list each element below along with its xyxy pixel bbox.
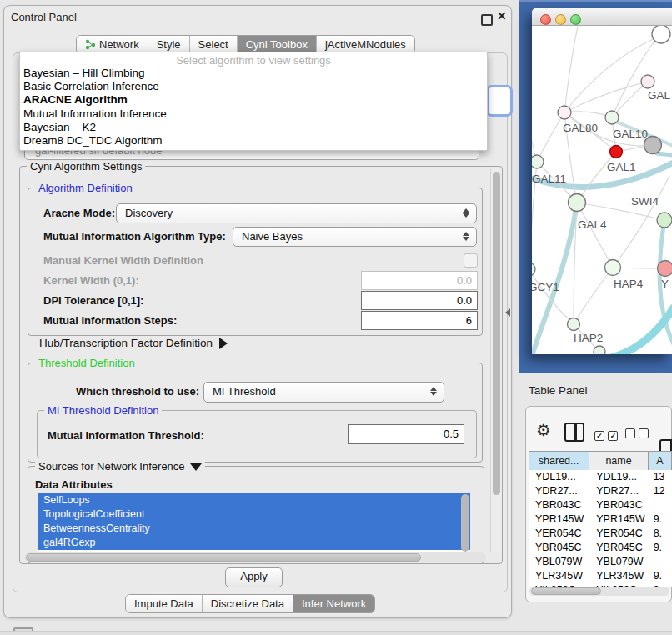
table-row[interactable]: YBR045CYBR045C9. [529,541,672,555]
network-node-pink-top[interactable] [641,75,654,88]
attribute-item[interactable]: BetweennessCentrality [38,522,470,536]
kernel-width-field[interactable]: 0.0 [361,271,478,290]
table-panel-title: Table Panel [529,384,588,397]
control-panel-window: Control Panel ✕ NetworkStyleSelectCyni T… [3,5,512,618]
table-row[interactable]: YBR043CYBR043C [529,498,672,512]
close-window-icon[interactable]: ✕ [497,9,507,22]
settings-vertical-scrollbar[interactable] [490,169,502,552]
which-threshold-combo[interactable]: MI Threshold [203,382,444,402]
network-node-gal80[interactable] [558,106,571,119]
algorithm-option[interactable]: Bayesian – K2 [20,121,487,134]
algorithm-option[interactable]: Bayesian – Hill Climbing [20,67,487,80]
desktop: { "window": { "title": "Control Panel" }… [0,0,672,635]
table-horizontal-scrollbar[interactable] [529,587,669,596]
algorithm-option[interactable]: ARACNE Algorithm [20,93,487,107]
table-cell: YPR145W [529,512,589,527]
network-canvas[interactable]: GALGAL80GAL10GAL1GAL11GAL4SWI4GCY1HAP4YH… [532,26,672,354]
manual-kernel-checkbox[interactable] [464,253,478,268]
select-all-checkboxes-icon[interactable]: ✓ ✓ [594,427,618,442]
attribute-item[interactable]: SelfLoops [38,493,470,508]
mi-type-combo[interactable]: Naive Bayes [233,227,477,247]
table-row[interactable]: YDR27...YDR27...12 [529,484,672,498]
table-cell: YER054C [589,527,648,541]
table-hscroll-thumb[interactable] [531,588,601,595]
table-cell: YBR043C [589,498,648,512]
network-node-gal10[interactable] [605,111,619,124]
which-threshold-value: MI Threshold [213,385,276,398]
algorithm-definition-title: Algorithm Definition [35,182,136,194]
splitter-collapse-icon[interactable] [505,308,510,317]
network-node-bottom-node[interactable] [594,346,605,354]
minimize-traffic-icon[interactable] [555,14,566,25]
deselect-all-checkboxes-icon[interactable] [625,427,649,442]
table-row[interactable]: YDL19...YDL19...13 [529,470,672,484]
tab-style[interactable]: Style [148,36,190,53]
table-row[interactable]: YBL079WYBL079W [529,555,672,569]
table-cell: 9. [649,541,672,555]
network-window-titlebar[interactable] [532,8,672,26]
table-cell: YLR345W [589,569,648,583]
column-header[interactable]: A [649,452,672,470]
network-node-salmon[interactable] [658,261,672,277]
float-window-icon[interactable] [481,14,493,26]
column-header[interactable]: name [589,452,648,470]
settings-horizontal-scrollbar[interactable] [24,552,486,562]
network-node-top-circle[interactable] [652,26,670,43]
aracne-mode-combo[interactable]: Discovery [116,203,477,223]
tab-label: Select [198,38,228,51]
attribute-item[interactable]: TopologicalCoefficient [38,508,470,522]
node-label-gcy1: GCY1 [532,281,559,293]
table-row[interactable]: YLR345WYLR345W9. [529,569,672,583]
mi-steps-field[interactable]: 6 [361,311,478,330]
apply-button[interactable]: Apply [225,568,283,588]
gear-icon[interactable]: ⚙ [536,422,551,438]
tab-select[interactable]: Select [190,36,238,53]
network-node-gcy1[interactable] [532,262,535,276]
sources-group: Sources for Network Inference Data Attri… [28,466,484,564]
table-rows: YDL19...YDL19...13YDR27...YDR27...12YBR0… [529,470,672,587]
network-edge [537,112,564,162]
table-row[interactable]: YER054CYER054C8. [529,527,672,541]
mi-threshold-field[interactable]: 0.5 [348,424,464,444]
algorithm-option[interactable]: Basic Correlation Inference [20,80,487,93]
zoom-traffic-icon[interactable] [570,14,581,25]
table-cell: YER054C [529,527,589,541]
network-node-gal4[interactable] [569,194,586,212]
attributes-scrollbar-thumb[interactable] [461,494,469,552]
threshold-definition-title: Threshold Definition [35,357,138,369]
tab-impute-data[interactable]: Impute Data [126,595,203,612]
columns-icon[interactable] [564,422,584,442]
network-node-gal1[interactable] [610,146,623,158]
node-label-gal4: GAL4 [578,218,607,231]
table-row[interactable]: YPR145WYPR145W9. [529,512,672,527]
node-label-gal1: GAL1 [607,161,636,173]
algorithm-option[interactable]: Mutual Information Inference [20,108,487,121]
dpi-tolerance-label: DPI Tolerance [0,1]: [43,294,143,307]
network-node-hap2[interactable] [568,318,580,331]
algorithm-option[interactable]: Dream8 DC_TDC Algorithm [20,134,487,148]
network-node-gal11[interactable] [532,155,544,168]
data-attributes-list[interactable]: SelfLoopsTopologicalCoefficientBetweenne… [38,493,470,552]
focused-combo-fragment[interactable] [486,85,513,117]
settings-vscroll-thumb[interactable] [493,172,500,495]
table-cell: YPR145W [589,512,648,527]
dpi-tolerance-field[interactable]: 0.0 [361,291,478,310]
hub-definition-expander[interactable]: Hub/Transcription Factor Definition [39,337,228,349]
tab-label: Cyni Toolbox [246,38,308,51]
table-cell: YDL19... [529,470,589,484]
combo-stepper-icon [462,231,469,242]
tab-infer-network[interactable]: Infer Network [293,595,374,612]
tab-network[interactable]: Network [77,36,148,53]
tab-jactivemnodules[interactable]: jActiveMNodules [317,36,414,53]
attribute-item[interactable]: gal4RGexp [38,536,470,550]
network-node-swi4[interactable] [657,212,672,228]
tab-discretize-data[interactable]: Discretize Data [203,595,293,612]
close-traffic-icon[interactable] [540,14,551,25]
network-node-hap4[interactable] [605,260,621,276]
node-label-gal80: GAL80 [563,122,598,134]
settings-hscroll-thumb[interactable] [26,553,421,562]
aracne-mode-label: Aracne Mode: [43,207,115,219]
column-header[interactable]: shared... [529,452,589,470]
collapse-down-icon[interactable] [190,463,202,471]
tab-cyni-toolbox[interactable]: Cyni Toolbox [238,36,317,53]
